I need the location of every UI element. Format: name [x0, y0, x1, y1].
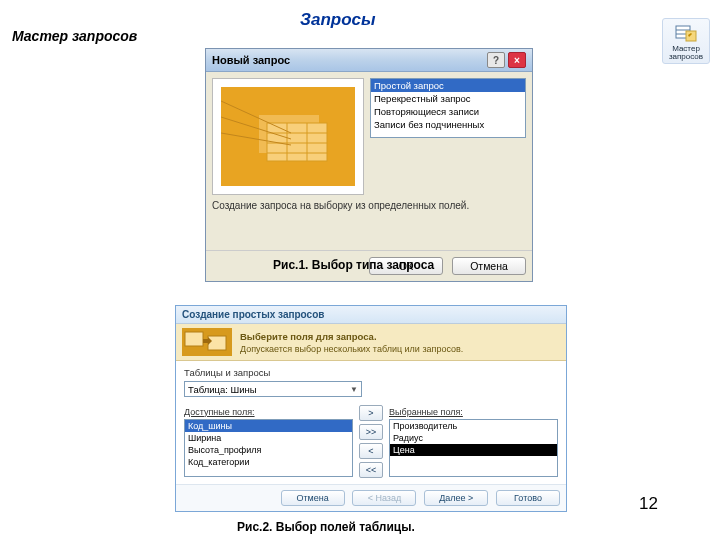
list-item[interactable]: Код_шины [185, 420, 352, 432]
add-one-button[interactable]: > [359, 405, 383, 421]
finish-button[interactable]: Готово [496, 490, 560, 506]
svg-rect-14 [185, 332, 203, 346]
query-type-option[interactable]: Записи без подчиненных [371, 118, 525, 131]
dialog2-banner: Выберите поля для запроса. Допускается в… [176, 324, 566, 361]
cancel-button[interactable]: Отмена [452, 257, 526, 275]
dialog1-preview [212, 78, 364, 195]
dialog2-title: Создание простых запросов [176, 306, 566, 324]
page-number: 12 [639, 494, 658, 514]
wizard-banner-icon [182, 328, 232, 356]
remove-one-button[interactable]: < [359, 443, 383, 459]
query-type-list[interactable]: Простой запрос Перекрестный запрос Повто… [370, 78, 526, 138]
figure2-caption: Рис.2. Выбор полей таблицы. [237, 520, 415, 534]
close-button[interactable]: × [508, 52, 526, 68]
query-wizard-ribbon-button[interactable]: Мастер запросов [662, 18, 710, 64]
query-type-option[interactable]: Повторяющиеся записи [371, 105, 525, 118]
remove-all-button[interactable]: << [359, 462, 383, 478]
list-item[interactable]: Код_категории [185, 456, 352, 468]
available-fields-list[interactable]: Код_шины Ширина Высота_профиля Код_катег… [184, 419, 353, 477]
table-selected-value: Таблица: Шины [188, 384, 257, 395]
selected-fields-list[interactable]: Производитель Радиус Цена [389, 419, 558, 477]
dialog1-titlebar: Новый запрос ? × [206, 49, 532, 72]
selected-fields-label: Выбранные поля: [389, 407, 558, 417]
back-button[interactable]: < Назад [352, 490, 416, 506]
help-button[interactable]: ? [487, 52, 505, 68]
dialog1-description: Создание запроса на выборку из определен… [212, 200, 526, 230]
figure1-caption: Рис.1. Выбор типа запроса [273, 258, 443, 272]
query-wizard-label: Мастер запросов [663, 45, 709, 61]
list-item[interactable]: Ширина [185, 432, 352, 444]
query-type-option[interactable]: Простой запрос [371, 79, 525, 92]
dialog1-title-text: Новый запрос [212, 54, 290, 66]
list-item[interactable]: Цена [390, 444, 557, 456]
banner-line1: Выберите поля для запроса. [240, 331, 463, 342]
sidebar-label: Мастер запросов [12, 28, 137, 45]
svg-rect-3 [686, 31, 696, 41]
list-item[interactable]: Производитель [390, 420, 557, 432]
simple-query-wizard-dialog: Создание простых запросов Выберите поля … [175, 305, 567, 512]
available-fields-label: Доступные поля: [184, 407, 353, 417]
table-select-combo[interactable]: Таблица: Шины ▼ [184, 381, 362, 397]
list-item[interactable]: Высота_профиля [185, 444, 352, 456]
list-item[interactable]: Радиус [390, 432, 557, 444]
new-query-dialog: Новый запрос ? × [205, 48, 533, 282]
banner-line2: Допускается выбор нескольких таблиц или … [240, 344, 463, 354]
add-all-button[interactable]: >> [359, 424, 383, 440]
query-type-option[interactable]: Перекрестный запрос [371, 92, 525, 105]
svg-rect-15 [208, 336, 226, 350]
chevron-down-icon: ▼ [350, 385, 358, 394]
page-title: Запросы [300, 10, 376, 30]
cancel-button[interactable]: Отмена [281, 490, 345, 506]
query-wizard-icon [674, 23, 698, 43]
tables-queries-label: Таблицы и запросы [184, 367, 558, 378]
next-button[interactable]: Далее > [424, 490, 488, 506]
